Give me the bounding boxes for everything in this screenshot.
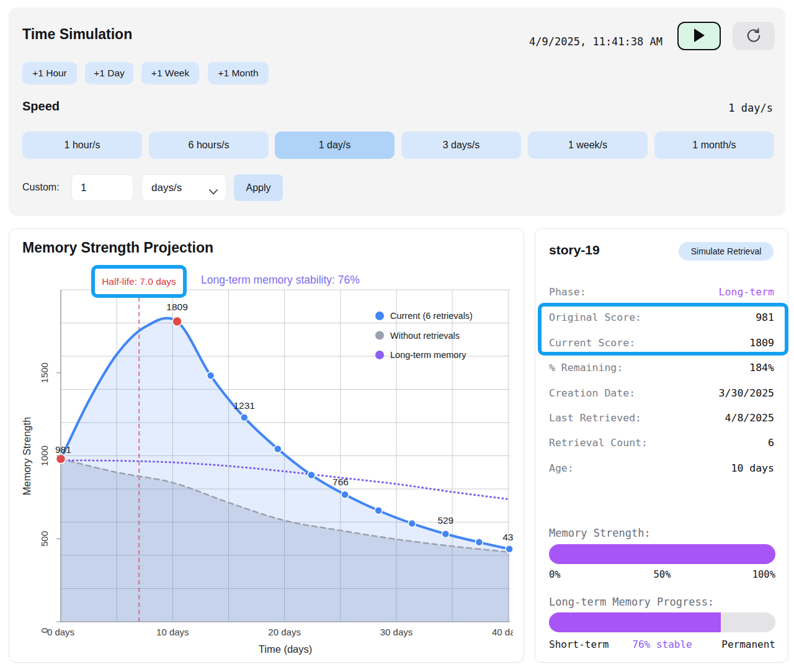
scale-100-label: 100% [752, 569, 775, 580]
memory-strength-scale: 0% 50% 100% [549, 569, 775, 581]
svg-text:0 days: 0 days [47, 627, 74, 637]
svg-text:1231: 1231 [233, 400, 254, 411]
ltm-progress-bar [549, 612, 775, 632]
simulated-datetime: 4/9/2025, 11:41:38 AM [529, 35, 662, 48]
play-button[interactable] [677, 22, 721, 50]
ltm-progress-scale: Short-term 76% stable Permanent [549, 638, 775, 651]
original-score-value: 981 [756, 311, 774, 323]
percent-remaining-value: 184% [749, 362, 774, 374]
age-value: 10 days [731, 462, 774, 474]
retrieval-count-label: Retrieval Count: [549, 437, 648, 449]
retrieval-count-value: 6 [768, 437, 774, 449]
svg-text:438: 438 [502, 532, 513, 542]
svg-text:500: 500 [39, 531, 50, 547]
speed-option-1-day-s[interactable]: 1 day/s [275, 132, 395, 159]
phase-label: Phase: [549, 286, 586, 298]
detail-row-phase: Phase: Long-term [549, 279, 774, 304]
detail-row-last-retrieved: Last Retrieved: 4/8/2025 [549, 405, 774, 430]
custom-unit-select[interactable]: days/s [141, 174, 226, 201]
current-speed-display: 1 day/s [728, 102, 773, 114]
memory-strength-bar-fill [549, 544, 775, 564]
svg-text:981: 981 [55, 444, 71, 455]
stable-percent-label: 76% stable [632, 638, 692, 650]
svg-text:Current (6 retrievals): Current (6 retrievals) [390, 311, 473, 321]
svg-text:529: 529 [437, 515, 453, 526]
svg-text:10 days: 10 days [156, 627, 189, 637]
short-term-label: Short-term [549, 638, 609, 650]
detail-row-retrieval-count: Retrieval Count: 6 [549, 430, 774, 455]
custom-speed-label: Custom: [22, 182, 60, 193]
svg-text:1000: 1000 [39, 446, 50, 466]
chart-title: Memory Strength Projection [22, 240, 213, 256]
skip-plus-1-day-button[interactable]: +1 Day [85, 62, 133, 84]
detail-row-original-score: Original Score: 981 [549, 305, 774, 329]
scale-0-label: 0% [549, 569, 561, 580]
svg-text:1500: 1500 [39, 362, 50, 383]
ltm-progress-bar-fill [549, 612, 721, 632]
time-simulation-panel: Time Simulation 4/9/2025, 11:41:38 AM +1… [9, 7, 785, 216]
svg-text:40 days: 40 days [492, 627, 513, 637]
speed-option-3-days-s[interactable]: 3 days/s [401, 132, 521, 159]
custom-unit-value: days/s [151, 182, 182, 194]
time-simulation-title: Time Simulation [22, 26, 132, 43]
last-retrieved-value: 4/8/2025 [725, 412, 774, 424]
detail-row-age: Age: 10 days [549, 455, 774, 480]
memory-strength-bar [549, 544, 775, 564]
ltm-progress-label: Long-term Memory Progress: [549, 596, 714, 608]
reset-icon [744, 26, 763, 47]
skip-plus-1-hour-button[interactable]: +1 Hour [22, 62, 77, 84]
reset-button[interactable] [733, 22, 775, 50]
svg-text:30 days: 30 days [380, 627, 413, 637]
svg-text:766: 766 [332, 477, 349, 487]
detail-row-creation-date: Creation Date: 3/30/2025 [549, 380, 774, 405]
chevron-down-icon [209, 186, 218, 198]
memory-detail-card: story-19 Simulate Retrieval Phase: Long-… [535, 228, 788, 663]
custom-speed-input[interactable] [71, 174, 133, 201]
half-life-label: Half-life: 7.0 days [102, 276, 176, 287]
memory-strength-bar-label: Memory Strength: [549, 527, 651, 539]
phase-value: Long-term [719, 286, 774, 298]
skip-plus-1-month-button[interactable]: +1 Month [208, 62, 269, 84]
half-life-annotation-highlight: Half-life: 7.0 days [91, 265, 187, 298]
detail-row-current-score: Current Score: 1809 [549, 330, 774, 355]
svg-text:Without retrievals: Without retrievals [390, 331, 460, 341]
speed-heading: Speed [22, 99, 60, 114]
stability-annotation: Long-term memory stability: 76% [201, 274, 360, 287]
percent-remaining-label: % Remaining: [549, 362, 623, 374]
svg-text:Long-term memory: Long-term memory [390, 350, 466, 360]
memory-item-title: story-19 [549, 243, 600, 258]
permanent-label: Permanent [721, 638, 775, 650]
simulate-retrieval-button[interactable]: Simulate Retrieval [679, 242, 774, 261]
creation-date-value: 3/30/2025 [719, 387, 774, 399]
play-icon [693, 28, 705, 45]
svg-text:1809: 1809 [166, 302, 187, 312]
speed-option-1-week-s[interactable]: 1 week/s [528, 132, 648, 159]
svg-text:Time (days): Time (days) [259, 643, 312, 655]
age-label: Age: [549, 462, 574, 474]
speed-option-1-hour-s[interactable]: 1 hour/s [22, 132, 142, 159]
scale-50-label: 50% [654, 569, 671, 580]
current-score-label: Current Score: [549, 337, 635, 349]
speed-option-1-month-s[interactable]: 1 month/s [654, 132, 774, 159]
svg-text:20 days: 20 days [268, 627, 301, 637]
current-score-value: 1809 [749, 337, 774, 349]
detail-row-percent-remaining: % Remaining: 184% [549, 355, 774, 380]
memory-strength-projection-card: Memory Strength Projection Half-life: 7.… [9, 228, 524, 663]
original-score-label: Original Score: [549, 311, 641, 323]
creation-date-label: Creation Date: [549, 387, 635, 399]
speed-option-6-hours-s[interactable]: 6 hours/s [149, 132, 269, 159]
apply-custom-speed-button[interactable]: Apply [234, 174, 283, 201]
svg-text:Memory Strength: Memory Strength [21, 417, 32, 496]
last-retrieved-label: Last Retrieved: [549, 412, 641, 424]
skip-plus-1-week-button[interactable]: +1 Week [141, 62, 199, 84]
memory-strength-chart: 981180912317665294380500100015000 days10… [9, 279, 513, 660]
